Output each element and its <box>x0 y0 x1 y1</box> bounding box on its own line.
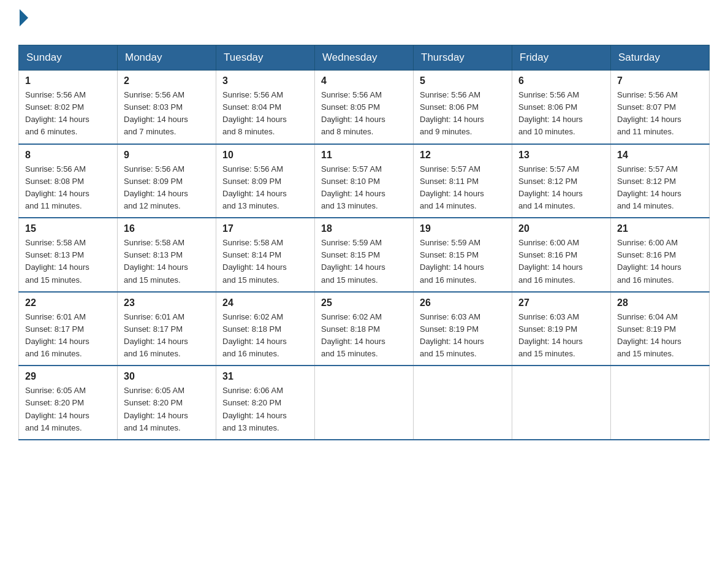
day-info: Sunrise: 5:56 AMSunset: 8:08 PMDaylight:… <box>25 164 89 210</box>
calendar-cell: 13 Sunrise: 5:57 AMSunset: 8:12 PMDaylig… <box>512 144 611 218</box>
day-number: 1 <box>25 75 111 86</box>
day-info: Sunrise: 6:02 AMSunset: 8:18 PMDaylight:… <box>222 312 287 358</box>
calendar-cell <box>611 366 710 440</box>
week-row-4: 22 Sunrise: 6:01 AMSunset: 8:17 PMDaylig… <box>19 292 710 366</box>
calendar-cell: 1 Sunrise: 5:56 AMSunset: 8:02 PMDayligh… <box>19 71 118 144</box>
day-info: Sunrise: 6:01 AMSunset: 8:17 PMDaylight:… <box>124 312 188 358</box>
day-info: Sunrise: 6:00 AMSunset: 8:16 PMDaylight:… <box>617 238 681 284</box>
day-number: 18 <box>321 223 407 234</box>
calendar-cell: 15 Sunrise: 5:58 AMSunset: 8:13 PMDaylig… <box>19 218 118 292</box>
day-number: 9 <box>124 150 210 161</box>
day-info: Sunrise: 5:56 AMSunset: 8:09 PMDaylight:… <box>222 164 287 210</box>
header-row: SundayMondayTuesdayWednesdayThursdayFrid… <box>19 45 710 71</box>
day-number: 11 <box>321 150 407 161</box>
day-number: 6 <box>518 75 604 86</box>
day-info: Sunrise: 5:58 AMSunset: 8:14 PMDaylight:… <box>222 238 287 284</box>
day-number: 19 <box>420 223 506 234</box>
day-number: 14 <box>617 150 703 161</box>
day-info: Sunrise: 6:06 AMSunset: 8:20 PMDaylight:… <box>222 386 287 432</box>
day-number: 10 <box>222 150 308 161</box>
week-row-5: 29 Sunrise: 6:05 AMSunset: 8:20 PMDaylig… <box>19 366 710 440</box>
calendar-cell: 10 Sunrise: 5:56 AMSunset: 8:09 PMDaylig… <box>216 144 315 218</box>
day-info: Sunrise: 5:57 AMSunset: 8:12 PMDaylight:… <box>617 164 681 210</box>
logo-arrow-icon <box>20 9 28 26</box>
calendar-cell <box>315 366 414 440</box>
day-info: Sunrise: 5:56 AMSunset: 8:06 PMDaylight:… <box>518 90 583 136</box>
day-info: Sunrise: 5:56 AMSunset: 8:09 PMDaylight:… <box>124 164 188 210</box>
calendar-cell: 25 Sunrise: 6:02 AMSunset: 8:18 PMDaylig… <box>315 292 414 366</box>
day-info: Sunrise: 6:02 AMSunset: 8:18 PMDaylight:… <box>321 312 385 358</box>
header-day-wednesday: Wednesday <box>315 45 414 71</box>
calendar-cell: 7 Sunrise: 5:56 AMSunset: 8:07 PMDayligh… <box>611 71 710 144</box>
day-number: 8 <box>25 150 111 161</box>
day-number: 4 <box>321 75 407 86</box>
day-info: Sunrise: 5:57 AMSunset: 8:11 PMDaylight:… <box>420 164 484 210</box>
calendar-cell: 29 Sunrise: 6:05 AMSunset: 8:20 PMDaylig… <box>19 366 118 440</box>
week-row-3: 15 Sunrise: 5:58 AMSunset: 8:13 PMDaylig… <box>19 218 710 292</box>
day-info: Sunrise: 5:56 AMSunset: 8:07 PMDaylight:… <box>617 90 681 136</box>
calendar-cell: 12 Sunrise: 5:57 AMSunset: 8:11 PMDaylig… <box>414 144 512 218</box>
day-number: 23 <box>124 297 210 308</box>
calendar-cell: 6 Sunrise: 5:56 AMSunset: 8:06 PMDayligh… <box>512 71 611 144</box>
day-number: 16 <box>124 223 210 234</box>
day-number: 2 <box>124 75 210 86</box>
day-info: Sunrise: 5:57 AMSunset: 8:12 PMDaylight:… <box>518 164 583 210</box>
calendar-cell: 22 Sunrise: 6:01 AMSunset: 8:17 PMDaylig… <box>19 292 118 366</box>
calendar-cell: 18 Sunrise: 5:59 AMSunset: 8:15 PMDaylig… <box>315 218 414 292</box>
day-number: 29 <box>25 371 111 382</box>
calendar-cell: 16 Sunrise: 5:58 AMSunset: 8:13 PMDaylig… <box>118 218 216 292</box>
day-number: 15 <box>25 223 111 234</box>
day-info: Sunrise: 5:59 AMSunset: 8:15 PMDaylight:… <box>420 238 484 284</box>
day-number: 26 <box>420 297 506 308</box>
calendar-cell: 27 Sunrise: 6:03 AMSunset: 8:19 PMDaylig… <box>512 292 611 366</box>
day-number: 31 <box>222 371 308 382</box>
day-number: 7 <box>617 75 703 86</box>
day-info: Sunrise: 5:56 AMSunset: 8:02 PMDaylight:… <box>25 90 89 136</box>
week-row-2: 8 Sunrise: 5:56 AMSunset: 8:08 PMDayligh… <box>19 144 710 218</box>
day-number: 17 <box>222 223 308 234</box>
day-info: Sunrise: 6:01 AMSunset: 8:17 PMDaylight:… <box>25 312 89 358</box>
day-info: Sunrise: 5:58 AMSunset: 8:13 PMDaylight:… <box>124 238 188 284</box>
calendar-cell: 31 Sunrise: 6:06 AMSunset: 8:20 PMDaylig… <box>216 366 315 440</box>
day-info: Sunrise: 6:03 AMSunset: 8:19 PMDaylight:… <box>420 312 484 358</box>
day-info: Sunrise: 6:03 AMSunset: 8:19 PMDaylight:… <box>518 312 583 358</box>
day-number: 25 <box>321 297 407 308</box>
page-header <box>18 12 710 33</box>
calendar-cell <box>414 366 512 440</box>
calendar-cell: 4 Sunrise: 5:56 AMSunset: 8:05 PMDayligh… <box>315 71 414 144</box>
day-number: 21 <box>617 223 703 234</box>
calendar-cell <box>512 366 611 440</box>
day-info: Sunrise: 6:05 AMSunset: 8:20 PMDaylight:… <box>25 386 89 432</box>
day-number: 28 <box>617 297 703 308</box>
day-info: Sunrise: 5:56 AMSunset: 8:03 PMDaylight:… <box>124 90 188 136</box>
day-info: Sunrise: 5:57 AMSunset: 8:10 PMDaylight:… <box>321 164 385 210</box>
day-number: 20 <box>518 223 604 234</box>
day-number: 12 <box>420 150 506 161</box>
day-number: 30 <box>124 371 210 382</box>
week-row-1: 1 Sunrise: 5:56 AMSunset: 8:02 PMDayligh… <box>19 71 710 144</box>
calendar-cell: 2 Sunrise: 5:56 AMSunset: 8:03 PMDayligh… <box>118 71 216 144</box>
day-number: 22 <box>25 297 111 308</box>
day-info: Sunrise: 6:00 AMSunset: 8:16 PMDaylight:… <box>518 238 583 284</box>
header-day-tuesday: Tuesday <box>216 45 315 71</box>
calendar-cell: 19 Sunrise: 5:59 AMSunset: 8:15 PMDaylig… <box>414 218 512 292</box>
day-number: 27 <box>518 297 604 308</box>
day-info: Sunrise: 5:56 AMSunset: 8:04 PMDaylight:… <box>222 90 287 136</box>
calendar-cell: 30 Sunrise: 6:05 AMSunset: 8:20 PMDaylig… <box>118 366 216 440</box>
calendar-cell: 11 Sunrise: 5:57 AMSunset: 8:10 PMDaylig… <box>315 144 414 218</box>
calendar-cell: 5 Sunrise: 5:56 AMSunset: 8:06 PMDayligh… <box>414 71 512 144</box>
day-info: Sunrise: 6:04 AMSunset: 8:19 PMDaylight:… <box>617 312 681 358</box>
calendar-cell: 23 Sunrise: 6:01 AMSunset: 8:17 PMDaylig… <box>118 292 216 366</box>
calendar-cell: 3 Sunrise: 5:56 AMSunset: 8:04 PMDayligh… <box>216 71 315 144</box>
header-day-saturday: Saturday <box>611 45 710 71</box>
header-day-thursday: Thursday <box>414 45 512 71</box>
day-number: 5 <box>420 75 506 86</box>
calendar-cell: 20 Sunrise: 6:00 AMSunset: 8:16 PMDaylig… <box>512 218 611 292</box>
calendar-table: SundayMondayTuesdayWednesdayThursdayFrid… <box>18 45 710 440</box>
logo <box>18 12 28 33</box>
day-info: Sunrise: 5:56 AMSunset: 8:06 PMDaylight:… <box>420 90 484 136</box>
day-number: 24 <box>222 297 308 308</box>
calendar-cell: 24 Sunrise: 6:02 AMSunset: 8:18 PMDaylig… <box>216 292 315 366</box>
calendar-cell: 26 Sunrise: 6:03 AMSunset: 8:19 PMDaylig… <box>414 292 512 366</box>
day-info: Sunrise: 6:05 AMSunset: 8:20 PMDaylight:… <box>124 386 188 432</box>
